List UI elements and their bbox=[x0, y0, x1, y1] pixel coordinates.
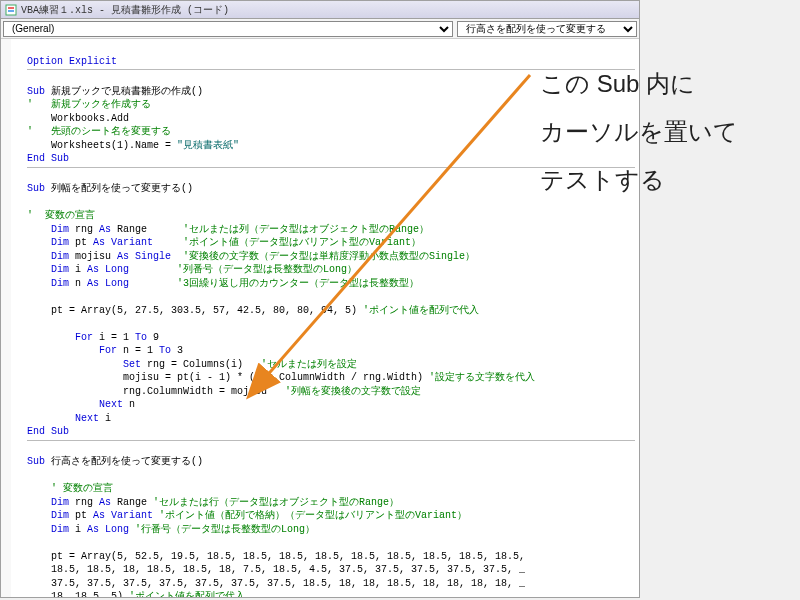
proc-separator bbox=[27, 167, 635, 168]
svg-rect-2 bbox=[8, 10, 14, 12]
code-token: mojisu bbox=[69, 251, 117, 262]
procedure-combo[interactable]: 行高さを配列を使って変更する bbox=[457, 21, 637, 37]
code-token: i = 1 bbox=[93, 332, 135, 343]
titlebar[interactable]: VBA練習１.xls - 見積書雛形作成 (コード) bbox=[1, 1, 639, 19]
code-token: Dim bbox=[27, 237, 69, 248]
code-token: rng = Columns(i) bbox=[141, 359, 261, 370]
window-title: VBA練習１.xls - 見積書雛形作成 (コード) bbox=[21, 3, 229, 17]
code-token: n = 1 bbox=[117, 345, 159, 356]
code-token: As Long bbox=[87, 264, 129, 275]
vbe-code-window: VBA練習１.xls - 見積書雛形作成 (コード) (General) 行高さ… bbox=[0, 0, 640, 598]
code-token: Dim bbox=[27, 278, 69, 289]
code-token: 3 bbox=[171, 345, 183, 356]
code-token: Sub bbox=[27, 183, 51, 194]
code-token: pt = Array(5, 52.5, 19.5, 18.5, 18.5, 18… bbox=[27, 551, 525, 562]
code-pane[interactable]: Option Explicit Sub 新規ブックで見積書雛形の作成() ' 新… bbox=[1, 39, 639, 597]
code-token: Option Explicit bbox=[27, 56, 117, 67]
code-token: Set bbox=[27, 359, 141, 370]
comment: 'ポイント値を配列で代入 bbox=[129, 591, 245, 597]
comment: ' 先頭のシート名を変更する bbox=[27, 126, 171, 137]
object-combo[interactable]: (General) bbox=[3, 21, 453, 37]
code-token: 37.5, 37.5, 37.5, 37.5, 37.5, 37.5, 37.5… bbox=[27, 578, 525, 589]
code-token: () bbox=[191, 456, 203, 467]
comment: ' 変数の宣言 bbox=[27, 483, 113, 494]
code-token: i bbox=[69, 524, 87, 535]
code-token: For bbox=[27, 332, 93, 343]
code-token: Worksheets(1).Name = bbox=[27, 140, 177, 151]
comment: 'セルまたは行（データ型はオブジェクト型のRange） bbox=[153, 497, 399, 508]
code-token: To bbox=[135, 332, 147, 343]
code-token: 18, 18.5, 5) bbox=[27, 591, 129, 597]
proc-separator bbox=[27, 440, 635, 441]
module-icon bbox=[5, 4, 17, 16]
code-token: i bbox=[69, 264, 87, 275]
code-token: Sub bbox=[27, 86, 51, 97]
code-token: As bbox=[99, 224, 111, 235]
code-token: For bbox=[27, 345, 117, 356]
comment: ' 変数の宣言 bbox=[27, 210, 95, 221]
code-token: As Variant bbox=[93, 237, 153, 248]
code-token: 9 bbox=[147, 332, 159, 343]
code-token: n bbox=[69, 278, 87, 289]
code-token: Add bbox=[111, 113, 129, 124]
code-token: Next bbox=[27, 413, 99, 424]
sub-name: 新規ブックで見積書雛形の作成 bbox=[51, 86, 191, 97]
comment: ' 新規ブックを作成する bbox=[27, 99, 151, 110]
code-token: Dim bbox=[27, 251, 69, 262]
code-token: Range bbox=[111, 497, 153, 508]
code-token: mojisu = pt(i - 1) * (rng.ColumnWidth / … bbox=[27, 372, 429, 383]
code-token: i bbox=[99, 413, 111, 424]
code-token: Next bbox=[27, 399, 123, 410]
code-token: End Sub bbox=[27, 153, 69, 164]
code-token: () bbox=[191, 86, 203, 97]
comment: 'セルまたは列（データ型はオブジェクト型のRange） bbox=[183, 224, 429, 235]
comment: 'ポイント値を配列で代入 bbox=[363, 305, 479, 316]
comment: '列幅を変換後の文字数で設定 bbox=[285, 386, 421, 397]
sub-name: 列幅を配列を使って変更する bbox=[51, 183, 181, 194]
code-token: rng bbox=[69, 224, 99, 235]
code-token bbox=[171, 251, 183, 262]
code-token: () bbox=[181, 183, 193, 194]
code-token bbox=[129, 264, 177, 275]
comment: '3回繰り返し用のカウンター（データ型は長整数型） bbox=[177, 278, 419, 289]
code-token: Dim bbox=[27, 510, 69, 521]
code-token: pt bbox=[69, 237, 93, 248]
code-token: Dim bbox=[27, 264, 69, 275]
comment: 'ポイント値（データ型はバリアント型のVariant） bbox=[183, 237, 421, 248]
code-token: 18.5, 18.5, 18, 18.5, 18.5, 18, 7.5, 18.… bbox=[27, 564, 525, 575]
code-token: n bbox=[123, 399, 135, 410]
code-token: rng bbox=[69, 497, 99, 508]
code-token: Dim bbox=[27, 224, 69, 235]
object-proc-toolbar: (General) 行高さを配列を使って変更する bbox=[1, 19, 639, 39]
code-token bbox=[129, 278, 177, 289]
code-token: Sub bbox=[27, 456, 51, 467]
svg-rect-1 bbox=[8, 7, 14, 9]
comment: '設定する文字数を代入 bbox=[429, 372, 535, 383]
sub-name: 行高さを配列を使って変更する bbox=[51, 456, 191, 467]
code-token: pt bbox=[69, 510, 93, 521]
code-token: pt = Array(5, 27.5, 303.5, 57, 42.5, 80,… bbox=[27, 305, 363, 316]
code-token: As Long bbox=[87, 278, 129, 289]
code-token: As Single bbox=[117, 251, 171, 262]
comment: 'ポイント値（配列で格納）（データ型はバリアント型のVariant） bbox=[159, 510, 467, 521]
comment: '行番号（データ型は長整数型のLong） bbox=[135, 524, 315, 535]
code-token: Range bbox=[111, 224, 183, 235]
code-token: Dim bbox=[27, 524, 69, 535]
code-token: Dim bbox=[27, 497, 69, 508]
comment: '列番号（データ型は長整数型のLong） bbox=[177, 264, 357, 275]
code-token: To bbox=[159, 345, 171, 356]
code-token: As Variant bbox=[93, 510, 153, 521]
comment: 'セルまたは列を設定 bbox=[261, 359, 357, 370]
string-literal: "見積書表紙" bbox=[177, 140, 239, 151]
code-token: As Long bbox=[87, 524, 129, 535]
proc-separator bbox=[27, 69, 635, 70]
comment: '変換後の文字数（データ型は単精度浮動小数点数型のSingle） bbox=[183, 251, 475, 262]
code-token bbox=[153, 237, 183, 248]
code-token: End Sub bbox=[27, 426, 69, 437]
code-token: As bbox=[99, 497, 111, 508]
code-token: Workbooks. bbox=[27, 113, 111, 124]
code-token: rng.ColumnWidth = mojisu bbox=[27, 386, 285, 397]
